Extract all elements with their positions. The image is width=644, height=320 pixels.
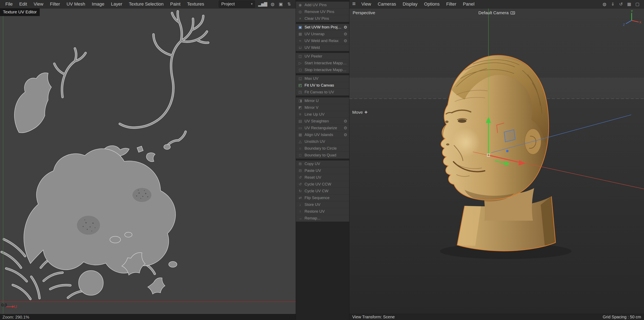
uv-panel-item-boundary-to-circle[interactable]: ○Boundary to Circle bbox=[296, 145, 349, 152]
gear-icon[interactable]: ⚙ bbox=[344, 38, 347, 43]
uv-panel-item-restore-uv[interactable]: ↑Restore UV bbox=[296, 208, 349, 215]
uv-panel-separator bbox=[296, 159, 349, 161]
uv-panel-item-remap[interactable]: →Remap... bbox=[296, 215, 349, 222]
uv-panel-item-cycle-uv-ccw[interactable]: ↺Cycle UV CCW bbox=[296, 181, 349, 188]
uv-panel-item-fit-uv-to-canvas[interactable]: ◰Fit UV to Canvas bbox=[296, 82, 349, 89]
uv-panel-item-label: Remove UV Pins bbox=[304, 10, 334, 14]
uv-panel-item-label: UV Unwrap bbox=[304, 32, 324, 36]
texture-uv-editor-pane: FileEditViewFilterUV MeshImageLayerTextu… bbox=[0, 0, 296, 320]
menu-item-view[interactable]: View bbox=[30, 1, 46, 8]
navigation-axis-gizmo[interactable]: Y X Z bbox=[622, 10, 642, 29]
sphere-icon[interactable]: ◍ bbox=[270, 2, 275, 7]
uv-panel-item-uv-unwrap[interactable]: ▦UV Unwrap⚙ bbox=[296, 31, 349, 38]
swap-vertical-icon[interactable]: ⇅ bbox=[286, 2, 292, 7]
store-uv-icon: ↓ bbox=[298, 203, 303, 207]
menu-item-cameras[interactable]: Cameras bbox=[374, 1, 399, 8]
uv-panel-item-mirror-u[interactable]: ◨Mirror U bbox=[296, 97, 349, 104]
uv-panel-item-uv-straighten[interactable]: ▤UV Straighten⚙ bbox=[296, 118, 349, 125]
menu-item-paint[interactable]: Paint bbox=[167, 1, 184, 8]
uv-panel-item-copy-uv[interactable]: ⊞Copy UV bbox=[296, 161, 349, 167]
gear-icon[interactable]: ⚙ bbox=[344, 132, 347, 137]
uv-editor-menu-items: FileEditViewFilterUV MeshImageLayerTextu… bbox=[2, 1, 208, 8]
uv-panel-item-set-uvw-from-projection[interactable]: ▣Set UVW from Projection⚙ bbox=[296, 24, 349, 31]
menu-item-display[interactable]: Display bbox=[399, 1, 421, 8]
history-icon[interactable]: ↺ bbox=[618, 2, 624, 7]
uv-panel-item-start-interactive-mapping[interactable]: ▷Start Interactive Mapping bbox=[296, 60, 349, 67]
uv-map-islands[interactable] bbox=[0, 9, 296, 314]
uv-panel-item-cycle-uv-cw[interactable]: ↻Cycle UV CW bbox=[296, 188, 349, 195]
uv-panel-item-stop-interactive-mapping[interactable]: ◻Stop Interactive Mapping bbox=[296, 67, 349, 73]
menu-item-file[interactable]: File bbox=[2, 1, 16, 8]
menu-item-panel[interactable]: Panel bbox=[460, 1, 478, 8]
menu-item-image[interactable]: Image bbox=[88, 1, 108, 8]
project-dropdown-label: Project bbox=[222, 2, 235, 7]
histogram-icon[interactable]: ▂▅▇ bbox=[258, 2, 267, 7]
uv-panel-item-uv-rectangularize[interactable]: ▭UV Rectangularize⚙ bbox=[296, 125, 349, 131]
gear-icon[interactable]: ⚙ bbox=[344, 125, 347, 130]
lock-icon[interactable]: ▣ bbox=[278, 2, 283, 7]
copy-uv-icon: ⊞ bbox=[298, 162, 303, 166]
project-dropdown[interactable]: Project ▾ bbox=[219, 1, 255, 8]
menu-item-uv-mesh[interactable]: UV Mesh bbox=[63, 1, 88, 8]
camera-icon bbox=[510, 11, 515, 15]
uv-panel-item-clear-uv-pins[interactable]: ×Clear UV Pins bbox=[296, 15, 349, 22]
uv-panel-item-reset-uv[interactable]: ↺Reset UV bbox=[296, 174, 349, 181]
uv-panel-item-paste-uv[interactable]: ⊟Paste UV bbox=[296, 167, 349, 174]
menu-item-edit[interactable]: Edit bbox=[16, 1, 30, 8]
viewport-pane: ≡ ViewCamerasDisplayOptionsFilterPanel ◍… bbox=[349, 0, 644, 320]
uv-panel-item-label: UV Rectangularize bbox=[304, 126, 337, 130]
globe-icon[interactable]: ◍ bbox=[602, 2, 607, 7]
gear-icon[interactable]: ⚙ bbox=[344, 119, 347, 124]
uv-panel-item-uv-peeler[interactable]: ◫UV Peeler bbox=[296, 53, 349, 60]
hamburger-icon[interactable]: ≡ bbox=[352, 1, 358, 8]
uv-editor-menubar: FileEditViewFilterUV MeshImageLayerTextu… bbox=[0, 0, 296, 9]
uv-panel-separator bbox=[296, 73, 349, 75]
uv-panel-item-unstitch-uv[interactable]: △Unstitch UV bbox=[296, 138, 349, 145]
uv-panel-item-max-uv[interactable]: ◱Max UV bbox=[296, 75, 349, 82]
uv-panel-item-fit-canvas-to-uv[interactable]: ◳Fit Canvas to UV bbox=[296, 89, 349, 96]
cycle-uv-ccw-icon: ↺ bbox=[298, 182, 303, 187]
uv-canvas[interactable]: Texture UV Editor 0,0 U bbox=[0, 9, 296, 314]
uv-panel-item-remove-uv-pins[interactable]: ◎Remove UV Pins bbox=[296, 9, 349, 15]
uv-panel-item-label: Cycle UV CCW bbox=[304, 182, 331, 187]
uv-panel-item-label: Start Interactive Mapping bbox=[304, 61, 347, 65]
uv-editor-tab[interactable]: Texture UV Editor bbox=[0, 9, 40, 16]
uv-panel-separator bbox=[296, 51, 349, 53]
menu-item-options[interactable]: Options bbox=[421, 1, 443, 8]
menu-item-texture-selection[interactable]: Texture Selection bbox=[126, 1, 167, 8]
uv-panel-item-label: Fit Canvas to UV bbox=[304, 90, 334, 94]
axis-z-label: Z bbox=[623, 23, 625, 26]
uv-panel-item-line-up-uv[interactable]: ≡Line Up UV bbox=[296, 111, 349, 118]
head-model[interactable] bbox=[441, 55, 556, 251]
uv-island bbox=[78, 270, 103, 295]
import-icon[interactable]: ⇓ bbox=[610, 2, 615, 7]
view-label[interactable]: Perspective bbox=[353, 10, 375, 15]
uv-panel-item-uv-weld-and-relax[interactable]: ≈UV Weld and Relax⚙ bbox=[296, 38, 349, 44]
uv-panel-item-mirror-v[interactable]: ◩Mirror V bbox=[296, 104, 349, 111]
line-up-uv-icon: ≡ bbox=[298, 112, 303, 117]
viewport-3d[interactable]: Perspective Default Camera Move ✚ Y X Z bbox=[349, 9, 644, 314]
camera-label[interactable]: Default Camera bbox=[478, 10, 515, 15]
uv-v-axis-line bbox=[3, 9, 3, 314]
uv-panel-item-flip-sequence[interactable]: ⇄Flip Sequence bbox=[296, 195, 349, 201]
add-uv-pins-icon: ◉ bbox=[298, 3, 303, 7]
maximize-icon[interactable]: ▢ bbox=[634, 2, 640, 7]
gear-icon[interactable]: ⚙ bbox=[344, 32, 347, 37]
uv-panel-item-label: Fit UV to Canvas bbox=[304, 83, 334, 88]
menu-item-filter[interactable]: Filter bbox=[443, 1, 460, 8]
panel-grid-icon[interactable]: ▦ bbox=[626, 2, 632, 7]
zoom-status: Zoom: 290.1% bbox=[2, 315, 29, 319]
menu-item-layer[interactable]: Layer bbox=[108, 1, 126, 8]
boundary-to-circle-icon: ○ bbox=[298, 146, 303, 151]
menu-item-filter[interactable]: Filter bbox=[47, 1, 63, 8]
uv-panel-item-boundary-to-quad[interactable]: □Boundary to Quad bbox=[296, 152, 349, 159]
uv-panel-item-align-uv-islands[interactable]: ▦Align UV Islands⚙ bbox=[296, 131, 349, 138]
gear-icon[interactable]: ⚙ bbox=[344, 25, 347, 30]
menu-item-view[interactable]: View bbox=[358, 1, 374, 8]
uv-panel-item-label: Remap... bbox=[304, 216, 320, 221]
uv-island bbox=[125, 232, 132, 237]
uv-panel-item-uv-weld[interactable]: ⊔UV Weld bbox=[296, 44, 349, 51]
menu-item-textures[interactable]: Textures bbox=[184, 1, 208, 8]
uv-panel-item-add-uv-pins[interactable]: ◉Add UV Pins bbox=[296, 2, 349, 9]
uv-panel-item-store-uv[interactable]: ↓Store UV bbox=[296, 201, 349, 208]
